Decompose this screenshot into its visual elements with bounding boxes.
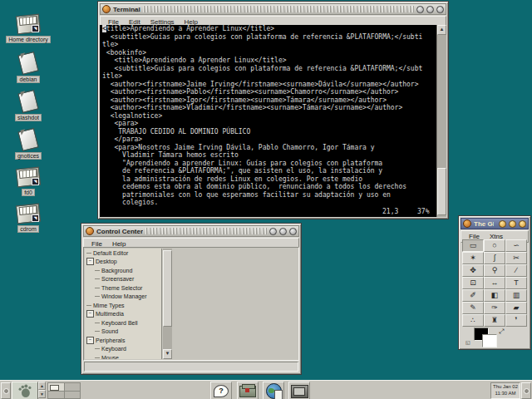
terminal-scrollbar[interactable]: ▲ [436,25,446,217]
expander-icon[interactable]: − [86,337,94,344]
titlebar-grip[interactable] [145,228,267,234]
gimp-tool-grid: ▭○∽✶ʃ✂✥⚲∕⊡↔T✐◧▥✎✑▰∴♜❜ [462,239,527,327]
tree-item-mouse[interactable]: Mouse [85,353,161,359]
expander-icon[interactable]: − [86,258,94,265]
panel-hide-button-right[interactable] [521,382,531,399]
terminal-line: <bookinfo> [100,49,437,57]
maximize-button[interactable] [279,228,287,235]
tool-ellipse-select-button[interactable]: ○ [484,239,505,252]
tree-scrollbar[interactable]: ▼ [163,249,172,359]
tree-item-theme-selector[interactable]: Theme Selector [85,283,161,293]
background-color-swatch[interactable] [482,334,497,347]
tool-flip-button[interactable]: ↔ [484,277,505,289]
desktop-icon-debian[interactable]: debian [3,52,53,83]
desk-guide-pager[interactable] [47,382,81,399]
reset-colors-icon[interactable]: ◱ [466,339,470,345]
web-browser-icon [266,383,282,399]
launcher-terminal-emulator[interactable] [288,382,310,399]
terminal-line: tle> [100,41,437,49]
tree-item-window-manager[interactable]: Window Manager [85,293,161,302]
tool-bucket-fill-button[interactable]: ◧ [484,289,505,302]
tree-item-desktop[interactable]: −Desktop [85,258,161,267]
desktop-icon-home-directory[interactable]: ◥Home directory [3,12,53,43]
launcher-help[interactable]: ? [210,382,232,399]
tree-item-keyboard-bell[interactable]: Keyboard Bell [85,318,161,328]
tool-fuzzy-select-button[interactable]: ✶ [462,252,484,264]
gimp-window-icon[interactable] [463,219,471,228]
tool-clone-button[interactable]: ♜ [484,314,505,327]
tool-move-button[interactable]: ✥ [462,264,484,277]
tree-item-label: Theme Selector [101,285,142,291]
scroll-down-arrow-icon[interactable]: ▼ [163,349,172,359]
tool-free-select-button[interactable]: ∽ [505,239,527,252]
desktop-icon-fd0[interactable]: ◥fd0 [3,165,53,196]
close-button[interactable] [436,6,444,13]
workspace-3[interactable] [48,392,64,399]
workspace-4[interactable] [65,392,81,399]
tree-item-label: Window Manager [101,293,146,299]
tree-item-background[interactable]: Background [85,266,161,275]
maximize-button[interactable] [509,220,516,228]
tool-bezier-select-button[interactable]: ʃ [484,252,505,264]
tool-convolve-button[interactable]: ❜ [505,314,527,327]
tool-paintbrush-button[interactable]: ✑ [484,302,505,314]
control-center-window-icon[interactable] [86,227,94,235]
tasklist-down-arrow[interactable]: ▼ [38,390,46,398]
tree-scrollbar-thumb[interactable] [163,250,172,327]
clock-applet[interactable]: Thu Jan 02 11:30 AM [490,382,520,399]
launcher-toolbox[interactable] [237,382,259,399]
tool-pencil-button[interactable]: ✎ [462,302,484,314]
close-button[interactable] [289,228,297,235]
swap-colors-icon[interactable]: ⤢ [499,328,504,336]
workspace-1[interactable] [48,383,64,391]
gimp-titlebar[interactable]: The GI [461,218,529,229]
desktop-icon-cdrom[interactable]: ◥cdrom [3,201,53,233]
tool-eraser-button[interactable]: ▰ [505,302,527,314]
expander-icon[interactable]: − [86,310,94,318]
desktop-icon-gnotices[interactable]: gnotices [3,128,53,160]
terminal-line: <para>Nosotros Jaime Irving Dávila, Pabl… [100,144,437,152]
tree-item-label: Multimedia [96,311,124,317]
minimize-button[interactable] [416,6,424,13]
minimize-button[interactable] [499,220,506,228]
workspace-2[interactable] [65,383,81,391]
tree-item-sound[interactable]: Sound [85,328,161,337]
tree-item-label: Keyboard [101,346,126,352]
tool-crop-button[interactable]: ∕ [505,264,527,277]
tree-item-keyboard[interactable]: Keyboard [85,345,161,354]
tree-item-default-editor[interactable]: Default Editor [85,249,161,258]
tree-item-label: Mime Types [93,303,125,308]
tree-item-mime-types[interactable]: Mime Types [85,301,161,310]
tool-color-picker-button[interactable]: ✐ [462,289,484,302]
tree-item-screensaver[interactable]: Screensaver [85,275,161,284]
vim-percent: 37% [417,208,429,215]
tree-item-peripherals[interactable]: −Peripherals [85,336,161,345]
control-center-titlebar[interactable]: Control Center [83,225,299,237]
tool-blend-button[interactable]: ▥ [505,289,527,302]
tool-text-button[interactable]: T [505,277,527,289]
tool-airbrush-button[interactable]: ∴ [462,314,484,327]
tool-rect-select-button[interactable]: ▭ [462,239,484,252]
terminal-line: <author><firstname>Igor</firstname><surn… [100,96,437,105]
terminal-scrollbar-thumb[interactable] [437,168,446,215]
main-menu-button[interactable] [12,382,38,399]
tasklist-up-arrow[interactable]: ▲ [38,382,46,390]
tree-item-multimedia[interactable]: −Multimedia [85,310,161,319]
launcher-web-browser[interactable] [263,382,284,399]
minimize-button[interactable] [269,228,277,235]
scroll-up-arrow-icon[interactable]: ▲ [437,25,446,35]
tool-transform-button[interactable]: ⊡ [462,277,484,289]
terminal-titlebar[interactable]: Terminal [100,3,446,15]
terminal-line: "Aprendiendo a aprender Linux: Guías par… [100,160,437,168]
close-button[interactable] [519,220,526,228]
terminal-content[interactable]: <title>Aprendiendo a Aprender Linux</tit… [100,25,437,217]
titlebar-grip[interactable] [143,6,414,12]
panel-hide-button-left[interactable] [1,382,11,399]
hide-knob-icon [524,388,530,394]
terminal-window-icon[interactable] [102,5,111,13]
desktop-icon-slashdot[interactable]: slashdot [3,90,53,121]
desktop-icon-label: fd0 [22,189,35,196]
maximize-button[interactable] [426,6,434,13]
tool-zoom-button[interactable]: ⚲ [484,264,505,277]
tool-scissors-button[interactable]: ✂ [505,252,527,264]
